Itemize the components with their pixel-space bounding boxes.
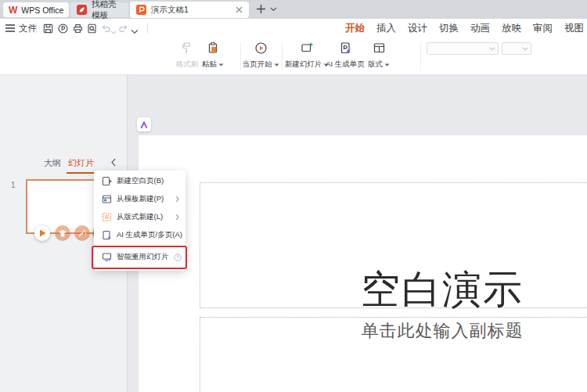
menu-item-new-blank-page[interactable]: 新建空白页(B) xyxy=(94,172,185,190)
save-icon[interactable] xyxy=(42,23,54,34)
play-dropdown-caret-icon[interactable] xyxy=(274,63,279,67)
slides-tab[interactable]: 幻灯片 xyxy=(68,157,94,169)
undo-history-chevron-icon[interactable] xyxy=(110,27,117,38)
new-tab-button[interactable] xyxy=(256,4,266,14)
collapse-panel-chevron-icon[interactable] xyxy=(110,158,117,167)
ribbon-tab-insert[interactable]: 插入 xyxy=(376,20,396,38)
menu-item-label: 从模板新建(P) xyxy=(117,194,164,204)
print-icon[interactable] xyxy=(72,23,84,34)
file-menu-label: 文件 xyxy=(19,23,37,34)
ribbon-tab-strip: 开始 插入 设计 切换 动画 放映 审阅 视图 xyxy=(345,20,584,38)
wps-office-label: WPS Office xyxy=(21,5,63,15)
menu-item-new-from-template[interactable]: 从模板新建(P) xyxy=(94,190,185,208)
submenu-chevron-icon xyxy=(175,196,179,203)
new-from-layout-icon xyxy=(102,212,112,222)
paste-dropdown-caret-icon[interactable] xyxy=(218,63,224,67)
wps-ai-logo-icon xyxy=(139,120,149,129)
wps-presentation-window: W WPS Office 找稻壳模板 演示文稿1 文 xyxy=(0,0,587,392)
divider xyxy=(420,42,421,70)
ribbon-tab-review[interactable]: 审阅 xyxy=(533,20,553,38)
layout-button[interactable]: 版式 xyxy=(366,40,391,73)
ribbon-tab-animation[interactable]: 动画 xyxy=(470,20,490,38)
outline-tab[interactable]: 大纲 xyxy=(44,157,61,169)
font-size-select[interactable] xyxy=(502,42,531,55)
ribbon-tab-design[interactable]: 设计 xyxy=(408,20,427,38)
redo-icon[interactable] xyxy=(117,23,129,34)
document-tab-label: 演示文稿1 xyxy=(151,5,189,16)
ribbon-toolbar: 格式刷 粘贴 xyxy=(0,38,587,75)
font-size-caret-icon xyxy=(522,47,528,51)
layout-caret-icon[interactable] xyxy=(384,63,390,67)
menu-item-new-from-layout[interactable]: 从版式新建(L) xyxy=(94,208,185,226)
magic-wand-icon xyxy=(77,228,87,238)
play-icon xyxy=(39,229,46,237)
ribbon-tab-slideshow[interactable]: 放映 xyxy=(502,20,521,38)
format-painter-label: 格式刷 xyxy=(173,59,201,70)
ribbon-tab-view[interactable]: 视图 xyxy=(564,20,584,38)
customize-toolbar-chevron-icon[interactable] xyxy=(131,26,139,38)
divider xyxy=(282,42,283,70)
play-circle-icon xyxy=(241,40,280,56)
slide-subtitle-text[interactable]: 单击此处输入副标题 xyxy=(200,319,587,343)
submenu-chevron-icon xyxy=(175,214,179,221)
paste-label: 粘贴 xyxy=(202,59,217,70)
format-painter-button[interactable]: 格式刷 xyxy=(173,40,201,73)
ribbon-tab-transition[interactable]: 切换 xyxy=(439,20,459,38)
docer-tab-label: 找稻壳模板 xyxy=(92,0,122,21)
quick-access-bar: 文件 xyxy=(0,19,587,38)
layout-icon xyxy=(366,40,391,56)
ai-generate-page-button[interactable]: AI 生成单页 xyxy=(322,40,368,73)
new-from-template-icon xyxy=(102,194,112,204)
ai-page-icon xyxy=(322,40,368,56)
slide-number: 1 xyxy=(11,181,16,189)
menu-item-label: 从版式新建(L) xyxy=(117,212,163,222)
shirt-icon xyxy=(58,229,67,238)
ai-generate-pages-icon xyxy=(102,230,112,240)
slide-title-text[interactable]: 空白演示 xyxy=(200,264,587,316)
divider xyxy=(147,23,148,34)
play-slideshow-button[interactable] xyxy=(34,225,50,241)
wps-logo-icon: W xyxy=(9,5,17,15)
ribbon-tab-home[interactable]: 开始 xyxy=(345,20,365,38)
tab-presentation-document[interactable]: 演示文稿1 xyxy=(130,2,249,18)
format-painter-icon xyxy=(173,40,201,56)
wps-ai-assistant-button[interactable] xyxy=(137,117,151,131)
tab-bar: W WPS Office 找稻壳模板 演示文稿1 xyxy=(0,0,587,19)
magic-beautify-button[interactable] xyxy=(74,225,90,241)
export-pdf-icon[interactable] xyxy=(57,23,69,34)
play-from-current-button[interactable]: 当页开始 xyxy=(241,40,280,73)
divider xyxy=(36,23,37,34)
tab-list-chevron-icon[interactable] xyxy=(270,7,277,12)
font-family-select[interactable] xyxy=(427,42,499,55)
hamburger-icon xyxy=(5,24,15,32)
print-preview-icon[interactable] xyxy=(86,23,98,34)
paste-button[interactable]: 粘贴 xyxy=(201,40,225,73)
close-tab-icon[interactable] xyxy=(236,6,243,13)
play-from-current-label: 当页开始 xyxy=(243,59,272,70)
new-blank-page-icon xyxy=(102,176,112,186)
menu-item-ai-generate-pages[interactable]: AI 生成单页/多页(A) xyxy=(94,226,185,244)
ai-generate-page-label: AI 生成单页 xyxy=(326,59,365,70)
file-menu-button[interactable]: 文件 xyxy=(5,21,37,35)
new-slide-label: 新建幻灯片 xyxy=(285,59,322,70)
beautify-template-button[interactable] xyxy=(55,225,70,241)
presentation-file-icon xyxy=(136,5,146,15)
menu-item-label: 新建空白页(B) xyxy=(117,176,164,186)
font-family-caret-icon xyxy=(489,47,495,51)
docer-icon xyxy=(77,5,87,15)
menu-item-label: AI 生成单页/多页(A) xyxy=(117,230,182,240)
wps-office-button[interactable]: W WPS Office xyxy=(3,2,69,17)
paste-icon xyxy=(201,40,225,56)
annotation-highlight-box xyxy=(92,246,187,269)
layout-label: 版式 xyxy=(368,59,383,70)
tab-docer-templates[interactable]: 找稻壳模板 xyxy=(70,2,128,17)
